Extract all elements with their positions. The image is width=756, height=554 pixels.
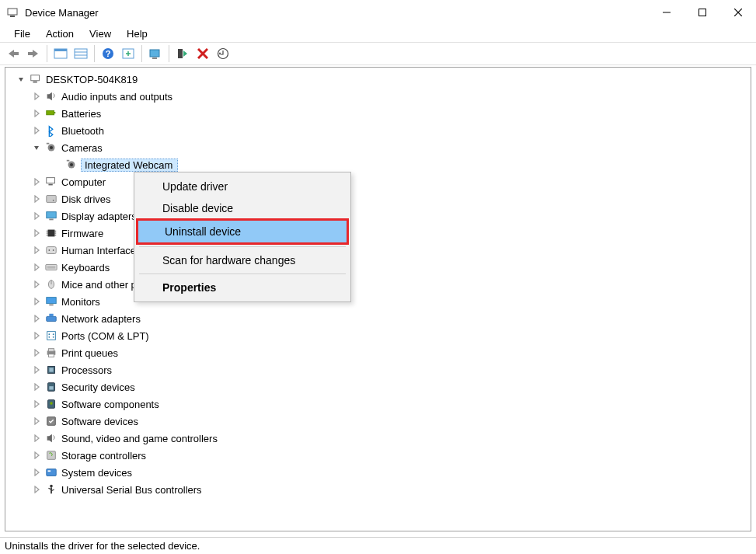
tree-node-label: Storage controllers — [61, 450, 151, 462]
tree-category[interactable]: Ports (COM & LPT) — [5, 327, 751, 344]
tree-category[interactable]: Firmware — [5, 225, 751, 242]
expand-icon[interactable] — [30, 449, 43, 462]
tree-category[interactable]: Network adapters — [5, 310, 751, 327]
expand-icon[interactable] — [30, 398, 43, 410]
expand-icon[interactable] — [30, 261, 43, 274]
collapse-icon[interactable] — [15, 73, 27, 85]
menu-file[interactable]: File — [6, 26, 38, 41]
context-uninstall-device[interactable]: Uninstall device — [138, 221, 347, 242]
tree-node-label: Sound, video and game controllers — [61, 433, 222, 444]
context-highlight: Uninstall device — [136, 218, 349, 245]
hid-icon — [44, 243, 58, 257]
menu-view[interactable]: View — [82, 26, 119, 41]
tree-category[interactable]: Monitors — [5, 293, 751, 310]
tree-device[interactable]: Integrated Webcam — [5, 156, 751, 173]
tool-button-4[interactable] — [146, 44, 165, 63]
tree-category[interactable]: Mice and other pointing devices — [5, 276, 751, 293]
tree-root[interactable]: DESKTOP-504K819 — [5, 71, 751, 88]
back-button[interactable] — [4, 44, 23, 63]
svg-rect-0 — [8, 9, 17, 15]
context-separator — [139, 274, 346, 274]
svg-rect-72 — [47, 451, 56, 460]
tree-category[interactable]: Display adapters — [5, 207, 751, 225]
expand-icon[interactable] — [30, 312, 43, 325]
expand-icon[interactable] — [30, 227, 43, 239]
menu-action[interactable]: Action — [38, 26, 82, 41]
expand-icon[interactable] — [30, 176, 43, 188]
menu-help[interactable]: Help — [119, 26, 155, 41]
forward-button[interactable] — [24, 44, 43, 63]
tree-category[interactable]: Sound, video and game controllers — [5, 430, 751, 447]
expand-icon[interactable] — [30, 210, 43, 222]
expand-icon[interactable] — [30, 347, 43, 359]
system-icon — [44, 465, 58, 479]
printer-icon — [44, 346, 58, 360]
expand-icon[interactable] — [30, 466, 43, 479]
network-icon — [44, 312, 58, 326]
tree-node-label: System devices — [61, 467, 137, 479]
expand-icon[interactable] — [30, 244, 43, 256]
device-tree-container[interactable]: DESKTOP-504K819Audio inputs and outputsB… — [5, 67, 751, 531]
expand-icon[interactable] — [30, 381, 43, 393]
tree-category[interactable]: Software components — [5, 395, 751, 413]
scan-button[interactable] — [173, 44, 192, 63]
tree-category[interactable]: Batteries — [5, 105, 751, 122]
window-title: Device Manager — [25, 7, 99, 19]
toolbar-separator — [94, 45, 95, 62]
maximize-button[interactable] — [685, 0, 720, 25]
tree-category[interactable]: Human Interface Devices — [5, 242, 751, 259]
svg-rect-23 — [33, 82, 37, 83]
mouse-icon — [44, 277, 58, 291]
tree-category[interactable]: System devices — [5, 464, 751, 481]
tree-node-label: Bluetooth — [61, 125, 109, 137]
context-update-driver[interactable]: Update driver — [136, 176, 349, 197]
collapse-icon[interactable] — [30, 141, 43, 154]
expand-icon[interactable] — [30, 193, 43, 205]
context-scan-hardware[interactable]: Scan for hardware changes — [136, 249, 349, 271]
tree-category[interactable]: Bluetooth — [5, 122, 751, 139]
expand-icon[interactable] — [30, 278, 43, 291]
expand-icon[interactable] — [30, 107, 43, 120]
tool-button-5[interactable] — [214, 44, 232, 63]
expand-icon[interactable] — [30, 432, 43, 444]
speaker-icon — [44, 89, 58, 103]
tree-category[interactable]: Processors — [5, 361, 751, 378]
bluetooth-icon — [44, 124, 58, 138]
expand-icon[interactable] — [30, 329, 43, 342]
expand-icon[interactable] — [30, 124, 43, 137]
uninstall-button[interactable] — [193, 44, 212, 63]
context-properties[interactable]: Properties — [136, 277, 349, 298]
expand-icon[interactable] — [30, 483, 43, 496]
svg-point-59 — [53, 333, 54, 335]
context-disable-device[interactable]: Disable device — [136, 197, 349, 219]
expand-icon[interactable] — [30, 364, 43, 376]
svg-rect-22 — [31, 75, 40, 81]
expand-icon[interactable] — [30, 415, 43, 427]
tree-category[interactable]: Universal Serial Bus controllers — [5, 481, 751, 498]
tool-button-3[interactable] — [119, 44, 138, 63]
tree-category[interactable]: Security devices — [5, 378, 751, 395]
tree-category[interactable]: Print queues — [5, 344, 751, 361]
tree-category[interactable]: Software devices — [5, 413, 751, 430]
speaker-icon — [44, 431, 58, 445]
svg-point-46 — [48, 249, 50, 251]
component-icon — [44, 397, 58, 411]
expand-icon[interactable] — [30, 90, 43, 103]
tree-category[interactable]: Keyboards — [5, 259, 751, 276]
tool-button-2[interactable] — [71, 44, 90, 63]
minimize-button[interactable] — [649, 0, 685, 25]
svg-point-61 — [53, 336, 54, 338]
tree-category[interactable]: Computer — [5, 173, 751, 190]
tool-button-1[interactable] — [51, 44, 70, 63]
tree-category[interactable]: Storage controllers — [5, 447, 751, 464]
svg-point-58 — [48, 333, 50, 335]
tree-node-label: Display adapters — [61, 211, 141, 222]
close-button[interactable] — [720, 0, 756, 25]
tree-node-label: Network adapters — [61, 313, 145, 325]
tree-category[interactable]: Disk drives — [5, 190, 751, 207]
help-button[interactable]: ? — [99, 44, 117, 63]
expand-icon[interactable] — [30, 295, 43, 308]
tree-category[interactable]: Audio inputs and outputs — [5, 88, 751, 105]
context-separator — [139, 246, 346, 247]
tree-category[interactable]: Cameras — [5, 139, 751, 156]
